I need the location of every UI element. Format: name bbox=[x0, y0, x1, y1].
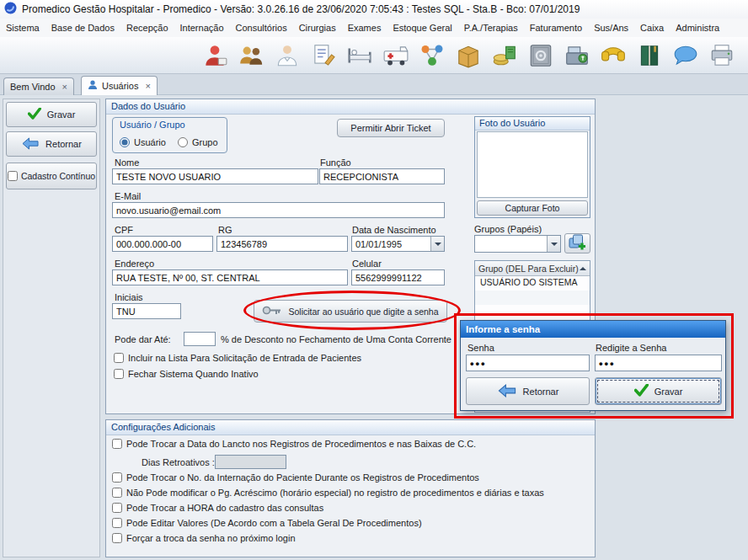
dias-retroativos-label: Dias Retroativos : bbox=[142, 457, 215, 467]
medical-records-icon[interactable] bbox=[309, 41, 338, 70]
tab-close-icon[interactable]: × bbox=[142, 81, 150, 91]
radio-usuario[interactable]: Usuário bbox=[120, 137, 166, 147]
trocar-no-internacao-row[interactable]: Pode Trocar o No. da Internação do Pacie… bbox=[112, 472, 479, 483]
menu-item-sistema[interactable]: Sistema bbox=[0, 19, 45, 36]
button-label: Gravar bbox=[654, 387, 683, 397]
cadastro-continuo-checkbox[interactable] bbox=[8, 171, 18, 181]
forcar-troca-senha-checkbox[interactable] bbox=[112, 533, 122, 543]
ambulance-icon[interactable] bbox=[382, 41, 410, 70]
grupo-list-header[interactable]: Grupo (DEL Para Excluir) bbox=[475, 261, 590, 276]
dialog-gravar-button[interactable]: Gravar bbox=[595, 377, 722, 405]
dialog-title-bar: Informe a senha bbox=[461, 321, 725, 338]
emergency-contact-icon[interactable] bbox=[200, 41, 229, 70]
trocar-data-row[interactable]: Pode Trocar a Data do Lancto nos Registr… bbox=[112, 439, 476, 449]
incluir-lista-row[interactable]: Incluir na Lista Para Solicitação de Ent… bbox=[114, 353, 361, 363]
fechar-sistema-row[interactable]: Fechar Sistema Quando Inativo bbox=[114, 369, 259, 379]
phone-icon[interactable] bbox=[599, 41, 628, 70]
redigite-senha-input[interactable] bbox=[595, 355, 722, 371]
editar-valores-row[interactable]: Pode Editar Valores (De Acordo com a Tab… bbox=[112, 518, 422, 528]
radio-grupo[interactable]: Grupo bbox=[178, 137, 218, 147]
cadastro-continuo-toggle[interactable]: Cadastro Contínuo bbox=[6, 163, 97, 189]
menu-item-internacao[interactable]: Internação bbox=[174, 19, 230, 36]
trocar-hora-checkbox[interactable] bbox=[112, 503, 122, 513]
nome-input[interactable] bbox=[112, 168, 318, 184]
list-item[interactable]: USUÁRIO DO SISTEMA bbox=[475, 276, 590, 291]
chat-icon[interactable] bbox=[671, 41, 700, 70]
scroll-up-icon[interactable] bbox=[580, 267, 586, 270]
stock-box-icon[interactable] bbox=[454, 41, 483, 70]
capturar-foto-button[interactable]: Capturar Foto bbox=[477, 200, 588, 216]
list-empty-row bbox=[475, 291, 590, 305]
menu-item-base-de-dados[interactable]: Base de Dados bbox=[45, 19, 120, 36]
grupos-combobox[interactable] bbox=[474, 235, 561, 253]
menu-item-pa-terapias[interactable]: P.A./Terapias bbox=[458, 19, 524, 36]
staff-icon[interactable] bbox=[237, 41, 265, 70]
usuario-grupo-groupbox: Usuário / Grupo Usuário Grupo bbox=[112, 117, 227, 153]
forcar-troca-senha-row[interactable]: Forçar a troca da senha no próximo login bbox=[112, 533, 296, 543]
cpf-label: CPF bbox=[115, 225, 133, 235]
nascimento-label: Data de Nascimento bbox=[352, 225, 436, 235]
funcao-input[interactable] bbox=[319, 168, 445, 184]
menu-item-cirurgias[interactable]: Cirurgias bbox=[293, 19, 342, 36]
menu-item-exames[interactable]: Exames bbox=[342, 19, 387, 36]
nao-pode-modificar-row[interactable]: Não Pode modificar o Pg. Acréscimo (horá… bbox=[112, 488, 544, 498]
billing-icon[interactable] bbox=[490, 41, 519, 70]
nascimento-dropdown-button[interactable] bbox=[430, 237, 444, 251]
trocar-data-checkbox[interactable] bbox=[112, 439, 122, 449]
grupo-radio[interactable] bbox=[178, 137, 188, 147]
menu-item-caixa[interactable]: Caixa bbox=[634, 19, 670, 36]
incluir-lista-checkbox[interactable] bbox=[114, 353, 124, 363]
dias-retroativos-input bbox=[215, 455, 286, 469]
cpf-input[interactable] bbox=[112, 236, 213, 252]
endereco-input[interactable] bbox=[112, 269, 348, 285]
celular-label: Celular bbox=[352, 259, 382, 269]
checkbox-label: Incluir na Lista Para Solicitação de Ent… bbox=[128, 353, 361, 363]
fechar-sistema-checkbox[interactable] bbox=[114, 369, 124, 379]
permitir-abrir-ticket-button[interactable]: Permitir Abrir Ticket bbox=[337, 119, 445, 137]
solicitar-senha-button[interactable]: Solicitar ao usuário que digite a senha bbox=[254, 300, 447, 323]
tab-bem-vindo[interactable]: Bem Vindo × bbox=[3, 77, 74, 95]
usuario-radio[interactable] bbox=[120, 137, 130, 147]
rg-input[interactable] bbox=[216, 236, 348, 252]
add-grupo-button[interactable] bbox=[564, 233, 590, 253]
dialog-retornar-button[interactable]: Retornar bbox=[466, 377, 590, 405]
nascimento-combobox[interactable]: 01/01/1995 bbox=[351, 236, 445, 252]
menu-item-faturamento[interactable]: Faturamento bbox=[524, 19, 588, 36]
checkbox-label: Pode Trocar a Data do Lancto nos Registr… bbox=[126, 439, 476, 449]
editar-valores-checkbox[interactable] bbox=[112, 518, 122, 528]
menu-item-consultorios[interactable]: Consultórios bbox=[230, 19, 293, 36]
safe-icon[interactable] bbox=[526, 41, 555, 70]
grupos-dropdown-button[interactable] bbox=[547, 236, 560, 252]
cash-register-icon[interactable] bbox=[563, 41, 591, 70]
celular-input[interactable] bbox=[351, 269, 445, 285]
chevron-down-icon bbox=[551, 243, 558, 246]
senha-input[interactable] bbox=[466, 355, 590, 371]
main-toolbar bbox=[0, 37, 748, 74]
informe-senha-dialog: Informe a senha Senha Redigite a Senha R… bbox=[460, 320, 726, 411]
iniciais-input[interactable] bbox=[112, 303, 181, 319]
desconto-input[interactable] bbox=[184, 332, 216, 346]
hospital-bed-icon[interactable] bbox=[345, 41, 374, 70]
nao-pode-modificar-checkbox[interactable] bbox=[112, 488, 122, 498]
user-icon bbox=[88, 80, 98, 92]
tab-usuarios[interactable]: Usuários × bbox=[81, 76, 158, 95]
statistics-icon[interactable] bbox=[418, 41, 446, 70]
doctor-icon[interactable] bbox=[273, 41, 302, 70]
menu-item-sus-ans[interactable]: Sus/Ans bbox=[588, 19, 634, 36]
trocar-no-internacao-checkbox[interactable] bbox=[112, 472, 122, 483]
menu-item-estoque-geral[interactable]: Estoque Geral bbox=[387, 19, 457, 36]
tab-close-icon[interactable]: × bbox=[60, 82, 67, 92]
menu-item-recepcao[interactable]: Recepção bbox=[120, 19, 174, 36]
app-logo-icon bbox=[4, 2, 17, 17]
ledger-book-icon[interactable] bbox=[635, 41, 664, 70]
window-title: Promedico Gestão Hospitalar - Promedico … bbox=[22, 3, 580, 15]
foto-panel-title: Foto do Usuário bbox=[479, 118, 545, 128]
trocar-hora-row[interactable]: Pode Trocar a HORA do cadastro das consu… bbox=[112, 503, 323, 513]
checkbox-label: Fechar Sistema Quando Inativo bbox=[128, 369, 259, 379]
group-title: Usuário / Grupo bbox=[120, 120, 185, 130]
menu-item-administracao[interactable]: Administra bbox=[670, 19, 725, 36]
email-input[interactable] bbox=[112, 202, 445, 218]
gravar-button[interactable]: Gravar bbox=[6, 102, 97, 127]
printer-icon[interactable] bbox=[708, 41, 736, 70]
retornar-button[interactable]: Retornar bbox=[6, 131, 97, 157]
